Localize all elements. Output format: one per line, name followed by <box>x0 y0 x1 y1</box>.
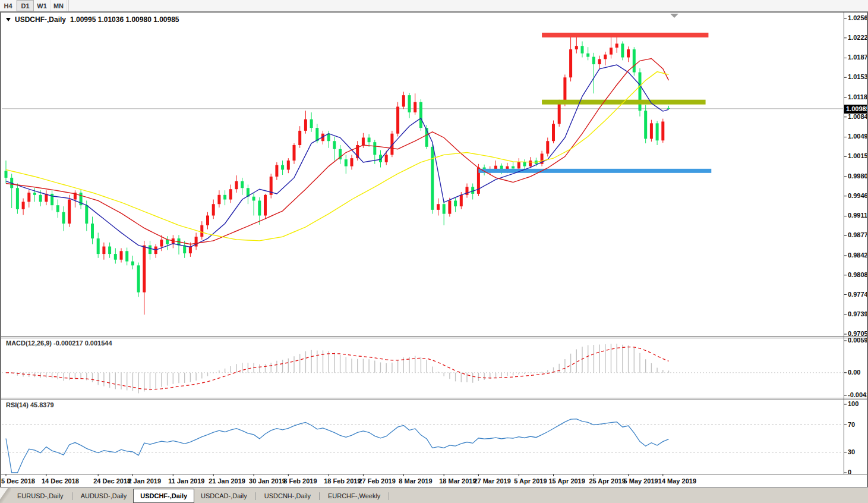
candle-body <box>448 200 451 213</box>
timeframe-toolbar: H4 D1 W1 MN <box>0 0 868 12</box>
date-tick-label: 25 Apr 2019 <box>589 477 625 485</box>
price-tick-label: 0.99800 <box>848 172 868 180</box>
resistance-line <box>542 33 708 37</box>
timeframe-button-w1[interactable]: W1 <box>34 0 50 11</box>
timeframe-button-d1[interactable]: D1 <box>17 0 34 11</box>
date-tick-label: 18 Mar 2019 <box>439 477 476 485</box>
pane-separator[interactable] <box>1 338 867 338</box>
candle-body <box>575 46 578 49</box>
pane-separator[interactable] <box>1 336 867 337</box>
candle-body <box>586 54 589 57</box>
tab-usdcad-daily[interactable]: USDCAD-,Daily <box>194 489 254 503</box>
candle-body <box>639 73 642 111</box>
candle-body <box>667 108 670 109</box>
price-chart-canvas[interactable] <box>0 0 868 503</box>
date-tick-label: 14 Dec 2018 <box>42 477 79 485</box>
candle-body <box>466 187 469 194</box>
candle-body <box>264 195 267 216</box>
date-tick-label: 21 Jan 2019 <box>209 477 245 485</box>
candle-body <box>252 197 255 201</box>
candle-body <box>45 194 48 202</box>
tab-separator <box>389 492 389 500</box>
candle-body <box>460 195 463 206</box>
current-price-label: 1.00985 <box>844 105 868 114</box>
candle-body <box>563 77 566 103</box>
candle-body <box>131 262 134 266</box>
candle-body <box>529 161 532 166</box>
candle-body <box>315 128 318 141</box>
candle-body <box>108 247 111 254</box>
candle-body <box>62 212 65 224</box>
rsi-tick-label: 30 <box>848 448 855 455</box>
price-tick-label: 1.02560 <box>848 14 868 21</box>
candle-body <box>247 188 250 196</box>
ma-fast-line <box>6 65 669 250</box>
tab-usdcnh-daily[interactable]: USDCNH-,Daily <box>258 489 317 503</box>
candle-body <box>154 247 157 254</box>
candle-body <box>166 240 169 244</box>
candle-body <box>627 49 630 57</box>
date-tick-label: 18 Feb 2019 <box>324 477 361 485</box>
candle-body <box>569 49 572 77</box>
candle-body <box>339 149 342 159</box>
candle-body <box>385 155 388 162</box>
date-tick-label: 30 Jan 2019 <box>249 477 286 485</box>
candle-body <box>91 224 94 238</box>
macd-indicator-label: MACD(12,26,9) -0.000217 0.001544 <box>6 339 112 347</box>
candle-body <box>546 141 549 153</box>
price-tick-label: 0.99460 <box>848 192 868 199</box>
candle-body <box>494 166 497 170</box>
candle-body <box>443 204 446 213</box>
candle-body <box>56 205 59 212</box>
macd-tick-label: 0.00 <box>848 369 860 376</box>
date-tick-label: 5 Apr 2019 <box>514 477 547 485</box>
candle-body <box>125 251 128 261</box>
chart-window-top-border <box>0 12 868 12</box>
timeframe-button-h4[interactable]: H4 <box>0 0 17 11</box>
candle-body <box>68 200 71 224</box>
support-line <box>478 169 711 173</box>
candle-body <box>621 43 624 57</box>
candle-body <box>5 171 8 178</box>
price-tick-label: 1.00490 <box>848 133 868 140</box>
candle-body <box>633 49 636 73</box>
candle-body <box>535 161 538 164</box>
candle-body <box>212 204 215 215</box>
candle-body <box>22 202 25 209</box>
candle-body <box>379 155 382 162</box>
candle-body <box>97 238 100 254</box>
tabbar-notch <box>0 488 11 503</box>
tab-eurchf-weekly[interactable]: EURCHF-,Weekly <box>321 489 387 503</box>
candle-body <box>419 102 422 128</box>
tab-usdchf-daily[interactable]: USDCHF-,Daily <box>133 489 194 503</box>
pane-separator[interactable] <box>1 400 867 400</box>
price-tick-label: 1.02220 <box>848 34 868 41</box>
date-tick-label: 5 May 2019 <box>624 477 658 485</box>
collapse-arrow-icon[interactable] <box>6 18 11 21</box>
candle-body <box>356 145 359 158</box>
candle-body <box>523 162 526 166</box>
candle-body <box>102 247 105 254</box>
candle-body <box>644 111 647 139</box>
candle-body <box>431 147 434 210</box>
candle-body <box>10 178 13 188</box>
candle-body <box>114 254 117 260</box>
tab-audusd-daily[interactable]: AUDUSD-,Daily <box>74 489 134 503</box>
candle-body <box>351 158 353 166</box>
tab-eurusd-daily[interactable]: EURUSD-,Daily <box>11 489 70 503</box>
chart-shift-marker-icon <box>670 14 678 18</box>
pane-separator[interactable] <box>1 398 867 398</box>
candle-body <box>454 200 457 206</box>
ma-medium-line <box>6 59 669 244</box>
rsi-tick-label: 70 <box>848 421 855 428</box>
date-tick-label: 2 Jan 2019 <box>128 477 161 485</box>
rsi-line <box>6 419 669 473</box>
candle-body <box>333 141 336 149</box>
timeframe-button-mn[interactable]: MN <box>50 0 67 11</box>
candle-body <box>396 106 399 133</box>
date-tick-label: 14 May 2019 <box>658 477 696 485</box>
price-tick-label: 1.00840 <box>848 113 868 120</box>
candle-body <box>304 120 307 131</box>
candle-body <box>616 43 618 48</box>
candle-body <box>517 162 520 169</box>
